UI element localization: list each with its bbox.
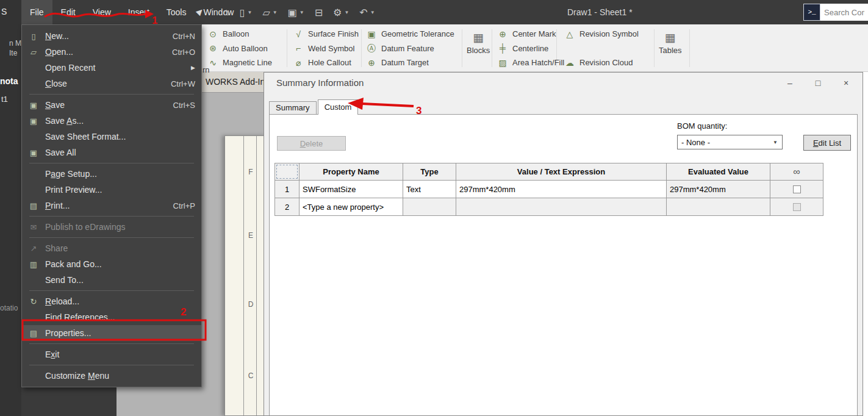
center-mark-button[interactable]: ⊕Center Mark bbox=[497, 27, 564, 40]
open-folder-icon: ▱ bbox=[262, 7, 270, 18]
balloon-button[interactable]: ⊙Balloon bbox=[207, 27, 272, 40]
weld-symbol-button[interactable]: ⌐Weld Symbol bbox=[293, 42, 359, 55]
menu-insert[interactable]: Insert bbox=[120, 0, 158, 24]
file-menu-item-close[interactable]: CloseCtrl+W bbox=[22, 76, 201, 91]
save-button[interactable]: ▣▼ bbox=[285, 5, 307, 20]
magnetic-line-button[interactable]: ∿Magnetic Line bbox=[207, 56, 272, 69]
pack-and-go-icon: ▥ bbox=[27, 260, 40, 269]
file-menu-item-new[interactable]: ▯New...Ctrl+N bbox=[22, 28, 201, 44]
dialog-titlebar[interactable]: Summary Information –□× bbox=[264, 73, 863, 93]
file-menu-item-properties[interactable]: ▤Properties... bbox=[22, 325, 201, 341]
file-menu: ▯New...Ctrl+N▱Open...Ctrl+OOpen Recent▶C… bbox=[21, 24, 202, 387]
cell-value-expression[interactable]: 297mm*420mm bbox=[456, 181, 667, 198]
file-menu-item-page-setup[interactable]: Page Setup... bbox=[22, 166, 201, 182]
file-menu-item-customize-menu[interactable]: Customize Menu bbox=[22, 368, 201, 384]
tab-custom[interactable]: Custom bbox=[318, 99, 359, 115]
minimize-button[interactable]: – bbox=[776, 73, 804, 93]
auto-balloon-button[interactable]: ⊛Auto Balloon bbox=[207, 42, 272, 55]
auto-balloon-label: Auto Balloon bbox=[223, 44, 268, 53]
select-all-corner[interactable] bbox=[275, 163, 299, 181]
dialog-title: Summary Information bbox=[276, 77, 364, 88]
file-menu-item-label: New... bbox=[45, 31, 165, 41]
cell-property-name[interactable]: <Type a new property> bbox=[299, 198, 403, 216]
menu-edit[interactable]: Edit bbox=[52, 0, 84, 24]
blocks-button[interactable]: ▦Blocks bbox=[467, 32, 490, 55]
menu-tools[interactable]: Tools bbox=[158, 0, 195, 24]
file-menu-item-save-as[interactable]: ▣Save As... bbox=[22, 113, 201, 129]
open-folder-button[interactable]: ▱▼ bbox=[260, 5, 279, 20]
hole-callout-button[interactable]: ⌀Hole Callout bbox=[293, 56, 359, 69]
file-menu-item-open-recent[interactable]: Open Recent▶ bbox=[22, 60, 201, 76]
file-menu-item-publish-to-edrawings[interactable]: ✉Publish to eDrawings bbox=[22, 219, 201, 235]
file-menu-item-send-to[interactable]: Send To... bbox=[22, 272, 201, 288]
menu-file[interactable]: File bbox=[21, 0, 52, 24]
revision-symbol-icon: △ bbox=[564, 30, 575, 38]
print-button[interactable]: ⊟ bbox=[312, 5, 325, 20]
home-icon: ⌂ bbox=[223, 7, 229, 18]
tables-button[interactable]: ▦Tables bbox=[659, 32, 682, 55]
header-type: Type bbox=[403, 163, 456, 181]
submenu-arrow-icon: ▶ bbox=[191, 65, 195, 71]
clipped-text-fragment: S bbox=[1, 7, 7, 16]
properties-icon: ▤ bbox=[27, 329, 40, 338]
file-menu-item-pack-and-go[interactable]: ▥Pack and Go... bbox=[22, 256, 201, 272]
settings-gear-button[interactable]: ⚙▼ bbox=[331, 5, 351, 20]
cell-property-name[interactable]: SWFormatSize bbox=[299, 181, 403, 198]
file-menu-item-save[interactable]: ▣SaveCtrl+S bbox=[22, 97, 201, 113]
centerline-label: Centerline bbox=[512, 44, 548, 53]
delete-button[interactable]: Delete bbox=[277, 136, 346, 151]
search-icon[interactable]: >_ bbox=[803, 4, 820, 21]
tab-summary[interactable]: Summary bbox=[269, 101, 317, 114]
menu-separator bbox=[29, 216, 194, 217]
dropdown-arrow-icon: ▼ bbox=[370, 10, 375, 15]
file-menu-item-label: Print Preview... bbox=[45, 185, 195, 195]
file-menu-item-exit[interactable]: Exit bbox=[22, 346, 201, 362]
file-menu-item-print[interactable]: ▤Print...Ctrl+P bbox=[22, 198, 201, 213]
table-header-row: Property NameTypeValue / Text Expression… bbox=[275, 163, 823, 181]
sheet-zone-label: C bbox=[244, 371, 257, 380]
file-menu-item-reload[interactable]: ↻Reload... bbox=[22, 293, 201, 309]
menu-view[interactable]: View bbox=[84, 0, 120, 24]
file-menu-item-find-references[interactable]: Find References... bbox=[22, 309, 201, 325]
cell-row-number[interactable]: 2 bbox=[275, 198, 299, 216]
magnetic-line-label: Magnetic Line bbox=[223, 58, 272, 67]
dropdown-arrow-icon: ▼ bbox=[273, 10, 278, 15]
tab-solidworks-add-ins[interactable]: WORKS Add-In bbox=[206, 77, 265, 87]
weld-symbol-icon: ⌐ bbox=[293, 44, 304, 52]
revision-cloud-button[interactable]: ☁Revision Cloud bbox=[564, 56, 639, 69]
surface-finish-label: Surface Finish bbox=[308, 29, 359, 38]
file-menu-item-save-all[interactable]: ▣Save All bbox=[22, 145, 201, 160]
datum-feature-button[interactable]: ⒶDatum Feature bbox=[366, 42, 454, 55]
cell-type[interactable]: Text bbox=[403, 181, 456, 198]
surface-finish-button[interactable]: √Surface Finish bbox=[293, 27, 359, 40]
file-menu-item-share[interactable]: ↗Share bbox=[22, 240, 201, 256]
linked-checkbox bbox=[793, 203, 801, 211]
new-document-button[interactable]: ▯▼ bbox=[237, 5, 255, 20]
file-menu-item-save-sheet-format[interactable]: Save Sheet Format... bbox=[22, 129, 201, 145]
search-input[interactable] bbox=[820, 4, 868, 21]
datum-feature-label: Datum Feature bbox=[381, 44, 434, 53]
revision-symbol-button[interactable]: △Revision Symbol bbox=[564, 27, 639, 40]
file-menu-item-open[interactable]: ▱Open...Ctrl+O bbox=[22, 44, 201, 60]
file-menu-item-label: Open... bbox=[45, 47, 165, 57]
magnetic-line-icon: ∿ bbox=[207, 59, 218, 67]
file-menu-item-print-preview[interactable]: Print Preview... bbox=[22, 182, 201, 198]
area-hatch-fill-button[interactable]: ▨Area Hatch/Fill bbox=[497, 56, 564, 69]
linked-checkbox[interactable] bbox=[793, 185, 801, 193]
datum-target-button[interactable]: ⊕Datum Target bbox=[366, 56, 454, 69]
new-document-icon: ▯ bbox=[27, 32, 40, 41]
bom-quantity-dropdown[interactable]: - None - ▼ bbox=[677, 135, 783, 149]
center-mark-label: Center Mark bbox=[512, 29, 556, 38]
home-button[interactable]: ⌂ bbox=[221, 5, 232, 20]
close-button[interactable]: × bbox=[832, 73, 860, 93]
print-icon: ▤ bbox=[27, 201, 40, 210]
centerline-button[interactable]: ╪Centerline bbox=[497, 42, 564, 55]
edit-list-button[interactable]: Edit List bbox=[803, 135, 851, 151]
cell-evaluated-value: 297mm*420mm bbox=[667, 181, 770, 198]
maximize-button[interactable]: □ bbox=[804, 73, 832, 93]
geometric-tolerance-button[interactable]: ▣Geometric Tolerance bbox=[366, 27, 454, 40]
drawing-sheet[interactable]: FEDC bbox=[224, 135, 265, 416]
cell-row-number[interactable]: 1 bbox=[275, 181, 299, 198]
settings-gear-icon: ⚙ bbox=[333, 7, 342, 18]
undo-button[interactable]: ↶▼ bbox=[357, 5, 377, 20]
